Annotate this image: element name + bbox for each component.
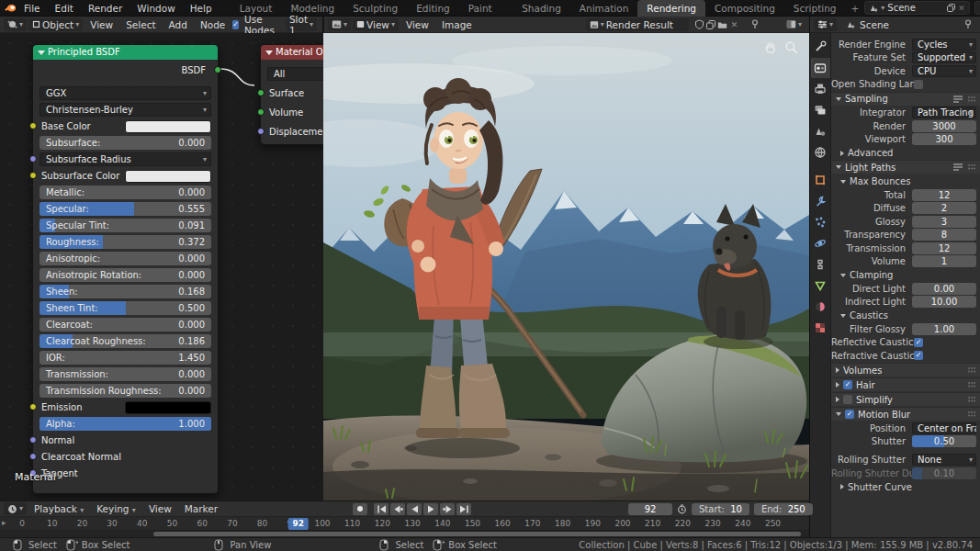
input-socket-normal[interactable] [29, 436, 37, 444]
properties-tab-object[interactable] [811, 170, 830, 190]
panel-header-light-paths[interactable]: Light Paths [831, 160, 980, 174]
node-row-normal[interactable]: Normal [39, 433, 211, 447]
properties-tab-scene[interactable] [811, 121, 830, 141]
menu-file[interactable]: File [17, 0, 48, 17]
transparency-field[interactable]: 8 [912, 229, 976, 241]
workspace-tab-texture-paint[interactable]: Texture Paint [459, 0, 513, 17]
direct-light-field[interactable]: 0.00 [912, 283, 976, 295]
menu-window[interactable]: Window [130, 0, 182, 17]
workspace-tab-uv-editing[interactable]: UV Editing [407, 0, 459, 17]
diffuse-field[interactable]: 2 [912, 202, 976, 214]
image-mode-dropdown[interactable]: View▾ [353, 18, 399, 31]
end-frame-field[interactable]: End: 250 [754, 503, 813, 515]
refractive-caustics-checkbox[interactable]: ✓ [914, 351, 923, 360]
render-engine-dropdown[interactable]: Cycles▾ [912, 39, 976, 51]
panel-header-caustics[interactable]: Caustics [840, 309, 980, 321]
menu-image[interactable]: Image [436, 17, 478, 33]
color-swatch[interactable] [125, 120, 211, 133]
color-swatch[interactable] [125, 170, 211, 183]
properties-tab-output[interactable] [811, 79, 830, 99]
simplify-checkbox[interactable] [843, 395, 852, 404]
menu-add[interactable]: Add [163, 17, 193, 33]
node-row-clearcoat-normal[interactable]: Clearcoat Normal [39, 450, 211, 464]
node-row-surface[interactable]: Surface [267, 86, 323, 100]
drag-dots-icon[interactable] [967, 396, 976, 403]
drag-dots-icon[interactable] [967, 366, 976, 374]
image-datablock-selector[interactable]: ▾ Render Result [586, 18, 689, 31]
device-dropdown[interactable]: CPU▾ [912, 65, 976, 77]
menu-render[interactable]: Render [81, 0, 130, 17]
input-socket-clearcoat-normal[interactable] [29, 453, 37, 460]
viewport-field[interactable]: 300 [912, 133, 976, 145]
input-socket-subsurface-radius[interactable] [29, 155, 37, 163]
node-row-subsurface-radius[interactable]: Subsurface Radius▾ [39, 152, 211, 166]
menu-view[interactable]: View [143, 500, 177, 517]
properties-tab-render[interactable] [811, 58, 830, 78]
panel-header-hair[interactable]: ✓Hair [831, 377, 980, 391]
menu-select[interactable]: Select [120, 17, 161, 33]
panel-header-sampling[interactable]: Sampling [831, 92, 980, 106]
play-reverse-button[interactable] [407, 503, 422, 515]
hair-checkbox[interactable]: ✓ [843, 380, 852, 389]
rolling-shutter-dropdown[interactable]: None▾ [912, 454, 976, 466]
workspace-tab-animation[interactable]: Animation [570, 0, 638, 17]
color-swatch[interactable] [125, 401, 211, 414]
editor-type-button[interactable]: ▾ [328, 18, 351, 31]
pin-icon[interactable] [750, 19, 760, 29]
menu-help[interactable]: Help [183, 0, 220, 17]
panel-header-shutter-curve[interactable]: Shutter Curve [840, 481, 980, 493]
current-frame-field[interactable]: 92 [628, 503, 672, 515]
panel-header-motion-blur[interactable]: ✓Motion Blur [831, 407, 980, 421]
node-row-anisotropic[interactable]: Anisotropic:0.000 [39, 252, 211, 265]
close-scene-icon[interactable]: ✕ [958, 4, 965, 13]
menu-view[interactable]: View [400, 17, 434, 33]
input-socket-volume[interactable] [257, 108, 265, 116]
add-workspace-button[interactable]: + [846, 0, 865, 17]
output-node-header[interactable]: Material Out [261, 45, 323, 60]
properties-tab-tool[interactable] [811, 37, 830, 57]
drag-dots-icon[interactable] [967, 410, 976, 418]
node-row-subsurface[interactable]: Subsurface:0.000 [39, 136, 211, 150]
start-frame-field[interactable]: Start: 10 [692, 503, 749, 515]
timeline-expand-arrow[interactable]: ▸ [2, 518, 6, 527]
fake-user-icon[interactable] [694, 19, 704, 29]
volume-field[interactable]: 1 [912, 255, 976, 267]
menu-keying[interactable]: Keying ▾ [91, 500, 141, 517]
properties-tab-texture[interactable] [811, 318, 830, 338]
slot-dropdown[interactable]: Slot 1▾ [286, 18, 317, 31]
prev-keyframe-button[interactable] [390, 503, 405, 515]
zoom-icon[interactable] [784, 40, 798, 54]
node-row-base-color[interactable]: Base Color [39, 119, 211, 133]
menu-edit[interactable]: Edit [48, 0, 81, 17]
workspace-tab-compositing[interactable]: Compositing [705, 0, 784, 17]
pan-hand-icon[interactable] [763, 40, 777, 54]
node-row-specular-tint[interactable]: Specular Tint:0.091 [39, 219, 211, 232]
node-canvas[interactable]: Principled BSDF BSDF GGX▾Christensen-Bur… [0, 33, 323, 500]
transmission-field[interactable]: 12 [912, 242, 976, 254]
use-nodes-checkbox[interactable]: ✓ [232, 20, 239, 29]
presets-icon[interactable] [952, 95, 963, 104]
blender-logo-icon[interactable] [4, 1, 17, 16]
new-image-icon[interactable] [706, 20, 715, 29]
node-row-anisotropic-rotation[interactable]: Anisotropic Rotation:0.000 [39, 268, 211, 282]
node-row-christensen-burley[interactable]: Christensen-Burley▾ [39, 103, 211, 117]
node-row-ggx[interactable]: GGX▾ [39, 86, 211, 100]
jump-to-end-button[interactable] [456, 503, 471, 515]
motion-blur-checkbox[interactable]: ✓ [845, 410, 854, 419]
use-preview-range-icon[interactable] [677, 504, 687, 514]
node-row-sheen-tint[interactable]: Sheen Tint:0.500 [39, 301, 211, 315]
timeline-ruler[interactable]: ▸ 01020304050607080901001101201301401501… [0, 517, 809, 531]
principled-bsdf-node[interactable]: Principled BSDF BSDF GGX▾Christensen-Bur… [32, 44, 219, 494]
play-button[interactable] [423, 503, 438, 515]
display-channels-button[interactable]: ▾ [783, 18, 805, 31]
input-socket-surface[interactable] [257, 89, 265, 96]
render-result-viewport[interactable] [323, 33, 809, 500]
open-shading-language-checkbox[interactable] [914, 80, 923, 89]
node-row-specular[interactable]: Specular:0.555 [39, 202, 211, 216]
position-dropdown[interactable]: Center on Frame▾ [912, 422, 976, 434]
presets-icon[interactable] [952, 163, 963, 172]
properties-tab-particles[interactable] [811, 212, 830, 232]
new-scene-icon[interactable] [947, 4, 955, 12]
node-row-roughness[interactable]: Roughness:0.372 [39, 235, 211, 249]
drag-dots-icon[interactable] [967, 96, 976, 103]
